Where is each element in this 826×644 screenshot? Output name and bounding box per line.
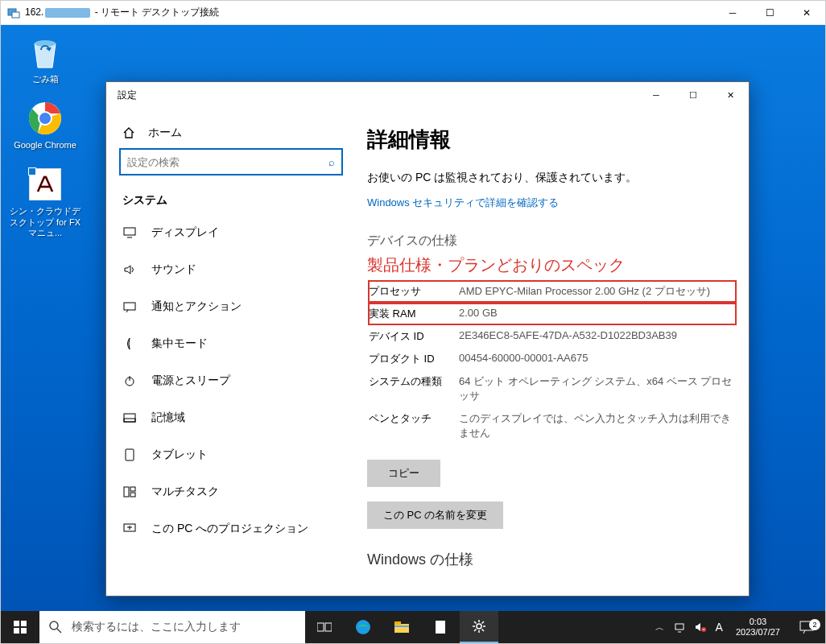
desktop-icon-label: ごみ箱	[32, 74, 59, 85]
spec-label-pen-touch: ペンとタッチ	[369, 408, 457, 444]
clock-date: 2023/07/27	[736, 627, 780, 638]
sidebar-item-focus[interactable]: 集中モード	[106, 325, 356, 362]
focus-icon	[122, 337, 137, 350]
search-icon: ⌕	[328, 156, 335, 168]
svg-rect-18	[14, 628, 19, 634]
settings-window-title: 設定	[118, 89, 638, 102]
settings-titlebar[interactable]: 設定 ─ ☐ ✕	[106, 82, 749, 108]
power-icon	[122, 375, 137, 386]
multitask-icon	[122, 486, 137, 497]
taskbar: 検索するには、ここに入力します ︿ A 0:03 2023/07/27	[1, 611, 825, 643]
taskbar-search[interactable]: 検索するには、ここに入力します	[39, 611, 305, 643]
svg-point-5	[39, 113, 51, 124]
remote-desktop[interactable]: ごみ箱 Google Chrome シン・クラウドデスクトップ for FX マ…	[1, 25, 825, 643]
svg-rect-9	[124, 414, 135, 422]
sidebar-item-label: サウンド	[151, 262, 196, 277]
tray-network-icon[interactable]	[669, 621, 690, 633]
rdp-minimize-button[interactable]: ─	[714, 1, 751, 25]
desktop-icon-manual[interactable]: シン・クラウドデスクトップ for FX マニュ...	[9, 165, 81, 238]
svg-rect-27	[436, 621, 445, 634]
desktop-icon-label: シン・クラウドデスクトップ for FX マニュ...	[9, 206, 81, 238]
rdp-window: 162. - リモート デスクトップ接続 ─ ☐ ✕ ごみ箱 Google Ch…	[0, 0, 826, 644]
tray-chevron-icon[interactable]: ︿	[650, 621, 669, 634]
svg-rect-22	[325, 623, 332, 631]
spec-value-product-id: 00454-60000-00001-AA675	[459, 349, 736, 369]
settings-close-button[interactable]: ✕	[712, 82, 749, 108]
desktop-icon-label: Google Chrome	[14, 140, 76, 151]
sound-icon	[122, 264, 137, 275]
document-icon	[26, 165, 64, 204]
taskbar-app-document[interactable]	[421, 611, 460, 643]
annotation-overlay: 製品仕様・プランどおりのスペック	[367, 254, 737, 276]
svg-rect-21	[317, 623, 324, 631]
spec-value-pen-touch: このディスプレイでは、ペン入力とタッチ入力は利用できません	[459, 408, 736, 444]
sidebar-item-label: 集中モード	[151, 336, 208, 351]
task-view-button[interactable]	[305, 611, 344, 643]
system-tray: ︿ A 0:03 2023/07/27 2	[650, 611, 825, 643]
settings-search-input[interactable]: ⌕	[119, 148, 343, 175]
notification-count-badge: 2	[809, 619, 820, 630]
sidebar-item-storage[interactable]: 記憶域	[106, 399, 356, 436]
tray-ime-indicator[interactable]: A	[711, 621, 728, 634]
sidebar-item-notifications[interactable]: 通知とアクション	[106, 288, 356, 325]
taskbar-app-explorer[interactable]	[382, 611, 421, 643]
projection-icon	[122, 523, 137, 535]
taskbar-app-edge[interactable]	[344, 611, 382, 643]
svg-rect-24	[394, 624, 409, 633]
tray-volume-icon[interactable]	[690, 622, 711, 632]
rdp-title: 162. - リモート デスクトップ接続	[25, 6, 714, 19]
sidebar-item-sound[interactable]: サウンド	[106, 251, 356, 288]
sidebar-item-display[interactable]: ディスプレイ	[106, 214, 356, 251]
sidebar-home[interactable]: ホーム	[106, 118, 356, 148]
sidebar-item-multitask[interactable]: マルチタスク	[106, 473, 356, 510]
sidebar-item-label: この PC へのプロジェクション	[151, 522, 308, 536]
page-title: 詳細情報	[367, 126, 737, 154]
recycle-bin-icon	[26, 33, 64, 72]
spec-value-processor: AMD EPYC-Milan Processor 2.00 GHz (2 プロセ…	[459, 281, 736, 302]
spec-label-processor: プロセッサ	[369, 281, 457, 302]
rdp-maximize-button[interactable]: ☐	[751, 1, 788, 25]
search-icon	[49, 621, 62, 634]
desktop-icon-recycle-bin[interactable]: ごみ箱	[9, 33, 81, 85]
svg-rect-10	[124, 419, 135, 422]
sidebar-item-power[interactable]: 電源とスリープ	[106, 362, 356, 399]
sidebar-item-label: タブレット	[151, 448, 208, 462]
windows-spec-heading: Windows の仕様	[367, 550, 737, 569]
taskbar-app-settings[interactable]	[460, 611, 498, 643]
settings-sidebar: ホーム ⌕ システム ディスプレイ サウンド 通知とアクション 集中モード 電源…	[106, 108, 356, 596]
rdp-titlebar[interactable]: 162. - リモート デスクトップ接続 ─ ☐ ✕	[1, 1, 825, 25]
taskbar-clock[interactable]: 0:03 2023/07/27	[728, 617, 788, 638]
copy-button[interactable]: コピー	[367, 460, 440, 487]
svg-point-20	[50, 621, 58, 630]
svg-rect-29	[675, 624, 684, 630]
tablet-icon	[122, 448, 137, 461]
taskbar-search-placeholder: 検索するには、ここに入力します	[72, 620, 241, 634]
settings-main: 詳細情報 お使いの PC は監視されており、保護されています。 Windows …	[356, 108, 749, 596]
settings-minimize-button[interactable]: ─	[638, 82, 675, 108]
rdp-close-button[interactable]: ✕	[788, 1, 825, 25]
svg-rect-6	[124, 228, 135, 235]
action-center-button[interactable]: 2	[788, 621, 825, 634]
sidebar-item-label: 記憶域	[151, 411, 185, 425]
device-spec-heading: デバイスの仕様	[367, 233, 737, 250]
spec-label-product-id: プロダクト ID	[369, 349, 457, 369]
home-icon	[122, 126, 135, 139]
spec-value-ram: 2.00 GB	[459, 303, 736, 324]
protection-status-text: お使いの PC は監視されており、保護されています。	[367, 168, 737, 186]
svg-rect-7	[124, 303, 135, 310]
sidebar-item-label: マルチタスク	[151, 485, 219, 499]
security-details-link[interactable]: Windows セキュリティで詳細を確認する	[367, 196, 737, 210]
sidebar-item-projection[interactable]: この PC へのプロジェクション	[106, 510, 356, 547]
desktop-icon-chrome[interactable]: Google Chrome	[9, 99, 81, 151]
settings-window: 設定 ─ ☐ ✕ ホーム ⌕ システム	[105, 81, 750, 597]
start-button[interactable]	[1, 611, 39, 643]
svg-rect-1	[12, 12, 19, 18]
sidebar-section-system: システム	[106, 187, 356, 214]
sidebar-item-tablet[interactable]: タブレット	[106, 436, 356, 473]
svg-rect-11	[126, 449, 134, 460]
settings-maximize-button[interactable]: ☐	[675, 82, 712, 108]
rdp-icon	[7, 6, 20, 19]
svg-point-23	[356, 620, 370, 634]
rename-pc-button[interactable]: この PC の名前を変更	[367, 502, 503, 529]
spec-label-system-type: システムの種類	[369, 371, 457, 407]
